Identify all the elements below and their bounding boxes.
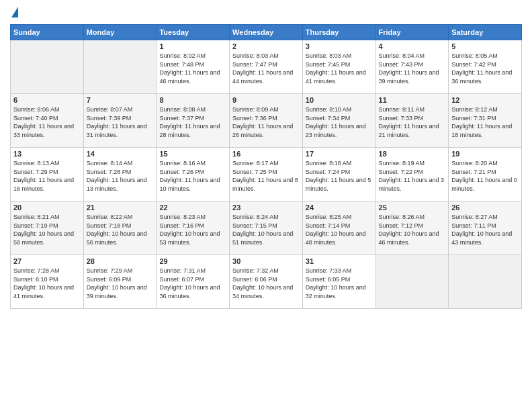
day-info: Sunrise: 8:24 AMSunset: 7:15 PMDaylight:… (232, 213, 300, 246)
day-number: 16 (232, 150, 300, 158)
calendar-day-cell: 18Sunrise: 8:19 AMSunset: 7:22 PMDayligh… (375, 148, 449, 201)
day-info: Sunrise: 7:31 AMSunset: 6:07 PMDaylight:… (159, 267, 226, 300)
day-number: 9 (232, 96, 300, 104)
day-info: Sunrise: 7:33 AMSunset: 6:05 PMDaylight:… (306, 267, 373, 300)
day-number: 12 (451, 96, 519, 104)
calendar-day-cell (449, 255, 522, 309)
day-info: Sunrise: 8:25 AMSunset: 7:14 PMDaylight:… (306, 213, 373, 246)
day-info: Sunrise: 8:06 AMSunset: 7:40 PMDaylight:… (13, 105, 81, 139)
calendar-day-cell: 26Sunrise: 8:27 AMSunset: 7:11 PMDayligh… (449, 201, 522, 255)
day-number: 26 (451, 203, 519, 212)
day-info: Sunrise: 8:23 AMSunset: 7:16 PMDaylight:… (159, 213, 226, 246)
day-number: 10 (306, 96, 373, 104)
day-info: Sunrise: 8:12 AMSunset: 7:31 PMDaylight:… (451, 105, 519, 139)
day-number: 3 (306, 42, 373, 50)
day-of-week-header: Thursday (302, 25, 375, 40)
calendar-day-cell: 1Sunrise: 8:02 AMSunset: 7:48 PMDaylight… (157, 40, 230, 94)
day-number: 15 (159, 150, 226, 158)
day-info: Sunrise: 8:05 AMSunset: 7:42 PMDaylight:… (451, 52, 519, 85)
calendar-day-cell (83, 40, 157, 94)
calendar-day-cell: 21Sunrise: 8:22 AMSunset: 7:18 PMDayligh… (83, 201, 157, 255)
day-number: 27 (13, 257, 81, 265)
calendar-day-cell: 2Sunrise: 8:03 AMSunset: 7:47 PMDaylight… (230, 40, 303, 94)
day-info: Sunrise: 7:29 AMSunset: 6:09 PMDaylight:… (87, 267, 154, 300)
calendar-day-cell: 12Sunrise: 8:12 AMSunset: 7:31 PMDayligh… (449, 94, 522, 148)
day-info: Sunrise: 8:10 AMSunset: 7:34 PMDaylight:… (306, 105, 373, 139)
day-number: 13 (13, 150, 81, 158)
main-container: SundayMondayTuesdayWednesdayThursdayFrid… (0, 0, 532, 316)
day-info: Sunrise: 8:14 AMSunset: 7:28 PMDaylight:… (87, 159, 154, 193)
calendar-day-cell: 24Sunrise: 8:25 AMSunset: 7:14 PMDayligh… (302, 201, 375, 255)
day-info: Sunrise: 8:03 AMSunset: 7:47 PMDaylight:… (232, 52, 300, 85)
day-info: Sunrise: 8:21 AMSunset: 7:19 PMDaylight:… (13, 213, 81, 246)
day-number: 14 (87, 150, 154, 158)
calendar-day-cell: 20Sunrise: 8:21 AMSunset: 7:19 PMDayligh… (11, 201, 84, 255)
day-number: 28 (87, 257, 154, 265)
day-info: Sunrise: 8:03 AMSunset: 7:45 PMDaylight:… (306, 52, 373, 85)
day-info: Sunrise: 8:26 AMSunset: 7:12 PMDaylight:… (379, 213, 446, 246)
calendar-week-row: 13Sunrise: 8:13 AMSunset: 7:29 PMDayligh… (11, 148, 522, 201)
calendar-day-cell: 3Sunrise: 8:03 AMSunset: 7:45 PMDaylight… (302, 40, 375, 94)
day-number: 1 (159, 42, 226, 50)
day-info: Sunrise: 7:28 AMSunset: 6:10 PMDaylight:… (13, 267, 81, 300)
calendar-header-row: SundayMondayTuesdayWednesdayThursdayFrid… (11, 25, 522, 40)
day-number: 25 (379, 203, 446, 212)
day-info: Sunrise: 8:09 AMSunset: 7:36 PMDaylight:… (232, 105, 300, 139)
calendar-day-cell: 14Sunrise: 8:14 AMSunset: 7:28 PMDayligh… (83, 148, 157, 201)
calendar-day-cell: 4Sunrise: 8:04 AMSunset: 7:43 PMDaylight… (375, 40, 449, 94)
day-info: Sunrise: 8:08 AMSunset: 7:37 PMDaylight:… (159, 105, 226, 139)
day-number: 17 (306, 150, 373, 158)
day-of-week-header: Monday (83, 25, 157, 40)
day-info: Sunrise: 8:04 AMSunset: 7:43 PMDaylight:… (379, 52, 446, 85)
day-info: Sunrise: 8:16 AMSunset: 7:26 PMDaylight:… (159, 159, 226, 193)
day-number: 18 (379, 150, 446, 158)
calendar-day-cell: 31Sunrise: 7:33 AMSunset: 6:05 PMDayligh… (302, 255, 375, 309)
logo (10, 7, 18, 19)
day-of-week-header: Wednesday (230, 25, 303, 40)
day-number: 22 (159, 203, 226, 212)
day-info: Sunrise: 8:20 AMSunset: 7:21 PMDaylight:… (451, 159, 519, 193)
calendar-day-cell: 30Sunrise: 7:32 AMSunset: 6:06 PMDayligh… (230, 255, 303, 309)
calendar-day-cell: 9Sunrise: 8:09 AMSunset: 7:36 PMDaylight… (230, 94, 303, 148)
day-number: 21 (87, 203, 154, 212)
calendar-week-row: 20Sunrise: 8:21 AMSunset: 7:19 PMDayligh… (11, 201, 522, 255)
calendar-day-cell: 8Sunrise: 8:08 AMSunset: 7:37 PMDaylight… (157, 94, 230, 148)
day-of-week-header: Friday (375, 25, 449, 40)
calendar-day-cell (375, 255, 449, 309)
day-info: Sunrise: 8:22 AMSunset: 7:18 PMDaylight:… (87, 213, 154, 246)
day-info: Sunrise: 8:18 AMSunset: 7:24 PMDaylight:… (306, 159, 373, 193)
calendar-table: SundayMondayTuesdayWednesdayThursdayFrid… (10, 24, 522, 309)
day-info: Sunrise: 8:27 AMSunset: 7:11 PMDaylight:… (451, 213, 519, 246)
calendar-day-cell: 6Sunrise: 8:06 AMSunset: 7:40 PMDaylight… (11, 94, 84, 148)
day-number: 19 (451, 150, 519, 158)
day-of-week-header: Saturday (449, 25, 522, 40)
day-number: 31 (306, 257, 373, 265)
day-info: Sunrise: 8:17 AMSunset: 7:25 PMDaylight:… (232, 159, 300, 193)
day-of-week-header: Sunday (11, 25, 84, 40)
calendar-week-row: 27Sunrise: 7:28 AMSunset: 6:10 PMDayligh… (11, 255, 522, 309)
day-number: 6 (13, 96, 81, 104)
day-number: 23 (232, 203, 300, 212)
calendar-day-cell: 27Sunrise: 7:28 AMSunset: 6:10 PMDayligh… (11, 255, 84, 309)
day-of-week-header: Tuesday (157, 25, 230, 40)
calendar-week-row: 6Sunrise: 8:06 AMSunset: 7:40 PMDaylight… (11, 94, 522, 148)
calendar-day-cell: 28Sunrise: 7:29 AMSunset: 6:09 PMDayligh… (83, 255, 157, 309)
calendar-day-cell: 13Sunrise: 8:13 AMSunset: 7:29 PMDayligh… (11, 148, 84, 201)
day-info: Sunrise: 8:11 AMSunset: 7:33 PMDaylight:… (379, 105, 446, 139)
day-number: 7 (87, 96, 154, 104)
day-number: 2 (232, 42, 300, 50)
calendar-day-cell: 10Sunrise: 8:10 AMSunset: 7:34 PMDayligh… (302, 94, 375, 148)
day-number: 8 (159, 96, 226, 104)
day-number: 24 (306, 203, 373, 212)
day-number: 20 (13, 203, 81, 212)
day-info: Sunrise: 8:13 AMSunset: 7:29 PMDaylight:… (13, 159, 81, 193)
calendar-day-cell: 17Sunrise: 8:18 AMSunset: 7:24 PMDayligh… (302, 148, 375, 201)
day-number: 30 (232, 257, 300, 265)
day-info: Sunrise: 8:07 AMSunset: 7:39 PMDaylight:… (87, 105, 154, 139)
calendar-day-cell: 19Sunrise: 8:20 AMSunset: 7:21 PMDayligh… (449, 148, 522, 201)
calendar-day-cell: 29Sunrise: 7:31 AMSunset: 6:07 PMDayligh… (157, 255, 230, 309)
day-number: 5 (451, 42, 519, 50)
calendar-day-cell: 25Sunrise: 8:26 AMSunset: 7:12 PMDayligh… (375, 201, 449, 255)
header (10, 7, 522, 19)
calendar-day-cell: 5Sunrise: 8:05 AMSunset: 7:42 PMDaylight… (449, 40, 522, 94)
